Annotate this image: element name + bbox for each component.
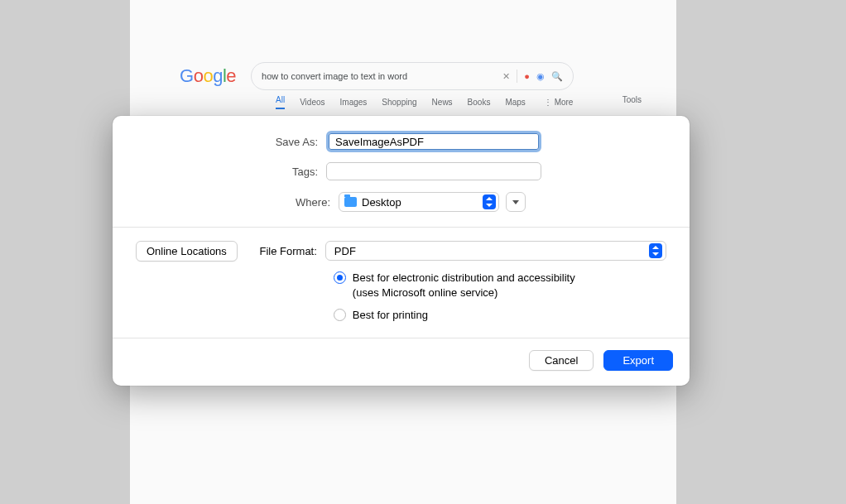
nav-books: Books (468, 98, 491, 107)
file-format-label: File Format: (254, 245, 325, 257)
where-label: Where: (136, 196, 339, 209)
updown-stepper-icon (649, 243, 662, 258)
export-sheet: Save As: Tags: Where: Desktop Online Loc… (113, 116, 690, 386)
radio-printing-label: Best for printing (353, 308, 428, 323)
folder-icon (344, 197, 357, 207)
file-format-value: PDF (334, 245, 649, 257)
tags-label: Tags: (136, 166, 326, 178)
google-logo: Google (180, 65, 236, 87)
radio-accessibility-label: Best for electronic distribution and acc… (353, 271, 575, 300)
chevron-down-icon (512, 200, 519, 204)
expand-location-button[interactable] (506, 192, 526, 212)
search-nav: All Videos Images Shopping News Books Ma… (276, 95, 573, 109)
online-locations-button[interactable]: Online Locations (136, 241, 238, 262)
where-value: Desktop (362, 196, 478, 209)
clear-icon: ✕ (502, 71, 510, 82)
nav-more: ⋮ More (544, 98, 574, 107)
radio-printing[interactable]: Best for printing (334, 308, 666, 323)
nav-all: All (276, 95, 285, 109)
nav-shopping: Shopping (382, 98, 416, 107)
nav-maps: Maps (505, 98, 525, 107)
search-bar: how to convert image to text in word ✕ ●… (251, 62, 574, 90)
radio-icon (334, 271, 346, 284)
nav-tools: Tools (622, 95, 642, 104)
cancel-button[interactable]: Cancel (529, 350, 594, 371)
search-query: how to convert image to text in word (262, 71, 496, 81)
radio-accessibility[interactable]: Best for electronic distribution and acc… (334, 271, 666, 300)
nav-images: Images (340, 98, 368, 107)
export-button[interactable]: Export (603, 350, 673, 371)
save-as-input[interactable] (326, 131, 541, 152)
updown-stepper-icon (483, 194, 496, 209)
nav-news: News (432, 98, 453, 107)
mic-icon: ● (524, 71, 530, 81)
where-select[interactable]: Desktop (339, 192, 499, 212)
nav-videos: Videos (300, 98, 324, 107)
file-format-select[interactable]: PDF (325, 241, 666, 261)
save-as-label: Save As: (136, 136, 326, 148)
tags-input[interactable] (326, 162, 541, 180)
search-icon: 🔍 (551, 71, 563, 82)
radio-icon (334, 309, 346, 321)
lens-icon: ◉ (536, 71, 545, 82)
